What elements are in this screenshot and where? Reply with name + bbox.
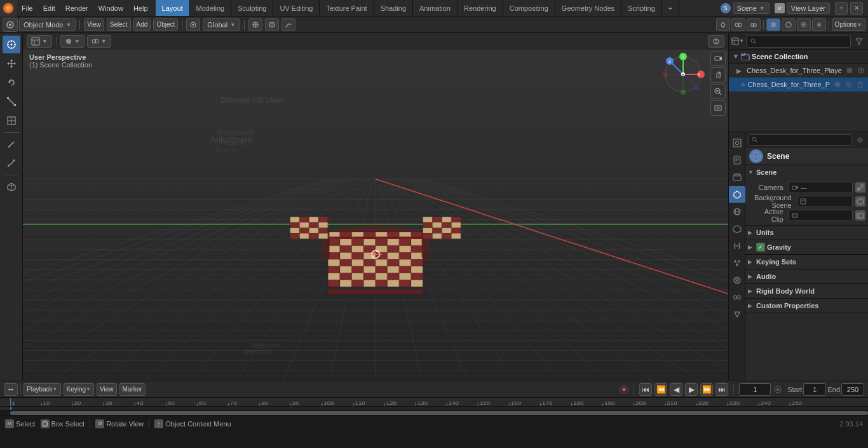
play-forward-btn[interactable]: ▶: [685, 383, 698, 396]
show-gizmos-btn[interactable]: [716, 18, 730, 31]
outliner-item-hide-icon[interactable]: [856, 65, 866, 76]
menu-window[interactable]: Window: [93, 0, 128, 16]
tab-layout[interactable]: Layout: [156, 0, 190, 16]
new-scene-button[interactable]: +: [835, 2, 848, 15]
audio-panel-header[interactable]: ▶ Audio: [745, 269, 868, 283]
prop-icon-particles[interactable]: [729, 255, 745, 271]
viewport-gizmo[interactable]: X Y Z: [661, 52, 705, 97]
camera-navigate-btn[interactable]: [710, 51, 726, 66]
timeline-type-btn[interactable]: [4, 383, 18, 396]
tab-modeling[interactable]: Modeling: [190, 0, 232, 16]
prop-icon-render[interactable]: [729, 135, 745, 151]
outliner-filter-btn[interactable]: [853, 35, 865, 48]
units-panel-header[interactable]: ▶ Units: [745, 226, 868, 240]
tl-view-menu-btn[interactable]: View: [97, 383, 117, 396]
add-cube-btn[interactable]: [3, 178, 20, 196]
blender-logo-icon[interactable]: [0, 0, 17, 17]
move-tool-btn[interactable]: [3, 55, 20, 72]
active-clip-value[interactable]: [789, 210, 853, 221]
tab-texture-paint[interactable]: Texture Paint: [320, 0, 374, 16]
camera-prop-value[interactable]: —: [789, 182, 853, 193]
prop-icon-physics[interactable]: [729, 272, 745, 288]
outliner-mesh-view-icon[interactable]: [832, 79, 843, 90]
overlay-toggle-btn[interactable]: [731, 18, 745, 31]
proportional-type-btn[interactable]: [281, 18, 295, 31]
view-layer-selector[interactable]: View Layer: [787, 3, 830, 14]
active-clip-icon-btn[interactable]: [855, 210, 865, 221]
tab-scripting[interactable]: Scripting: [621, 0, 662, 16]
scale-tool-btn[interactable]: [3, 93, 20, 111]
pivot-point-icon[interactable]: [186, 18, 200, 31]
camera-eyedrop-icon[interactable]: [855, 182, 865, 193]
end-frame-input[interactable]: 250: [841, 383, 864, 396]
prop-icon-data[interactable]: [729, 306, 745, 323]
viewport-overlay-btn[interactable]: ▼: [87, 35, 111, 48]
keying-menu-btn[interactable]: Keying ▼: [64, 383, 95, 396]
pivot-dropdown[interactable]: Global ▼: [203, 18, 240, 31]
prop-icon-modifier[interactable]: [729, 238, 745, 254]
tab-shading[interactable]: Shading: [374, 0, 413, 16]
menu-edit[interactable]: Edit: [38, 0, 60, 16]
timeline-scrollbar-thumb[interactable]: [10, 411, 868, 415]
tab-add[interactable]: +: [662, 0, 679, 16]
measure-tool-btn[interactable]: [3, 154, 20, 172]
add-menu-btn[interactable]: Add: [133, 18, 151, 31]
tab-animation[interactable]: Animation: [413, 0, 458, 16]
zoom-navigate-btn[interactable]: [710, 84, 726, 99]
gravity-panel-header[interactable]: ▶ ✓ Gravity: [745, 240, 868, 254]
frame-step-icon[interactable]: [773, 385, 782, 394]
menu-help[interactable]: Help: [128, 0, 153, 16]
prop-icon-world[interactable]: [729, 203, 745, 220]
render-preview-btn[interactable]: [797, 18, 811, 31]
custom-props-panel-header[interactable]: ▶ Custom Properties: [745, 299, 868, 313]
gravity-checkbox[interactable]: ✓: [756, 243, 765, 252]
snap-icon-btn[interactable]: [248, 18, 262, 31]
xray-toggle-btn[interactable]: [747, 18, 761, 31]
annotate-tool-btn[interactable]: [3, 135, 20, 153]
outliner-item-chess-desk-collection[interactable]: ▶ Chess_Desk_for_Three_Playe: [729, 64, 868, 78]
prop-icon-scene[interactable]: [729, 186, 745, 203]
tab-compositing[interactable]: Compositing: [503, 0, 555, 16]
rotate-tool-btn[interactable]: [3, 74, 20, 92]
tab-uv-editing[interactable]: UV Editing: [273, 0, 320, 16]
prev-frame-btn[interactable]: ⏪: [654, 383, 667, 396]
menu-render[interactable]: Render: [60, 0, 93, 16]
view-menu-btn[interactable]: View: [84, 18, 104, 31]
close-scene-button[interactable]: ✕: [850, 2, 863, 15]
bg-scene-icon-btn[interactable]: [855, 196, 865, 207]
outliner-type-icon[interactable]: ▼: [731, 35, 744, 48]
timeline-scrollbar[interactable]: [0, 410, 868, 415]
rendered-btn[interactable]: [812, 18, 826, 31]
cursor-tool-btn[interactable]: [3, 36, 20, 53]
proportional-edit-btn[interactable]: [265, 18, 279, 31]
hand-navigate-btn[interactable]: [710, 67, 726, 83]
select-menu-btn[interactable]: Select: [107, 18, 131, 31]
solid-shading-btn[interactable]: [766, 18, 780, 31]
object-menu-btn[interactable]: Object: [153, 18, 178, 31]
camera-view-btn[interactable]: [710, 100, 726, 116]
outliner-search[interactable]: [746, 35, 851, 48]
tab-geometry-nodes[interactable]: Geometry Nodes: [555, 0, 621, 16]
outliner-item-chess-desk-mesh[interactable]: Chess_Desk_for_Three_P: [729, 78, 868, 92]
viewport-mode-btn[interactable]: ▼: [60, 35, 85, 48]
material-shading-btn[interactable]: [782, 18, 796, 31]
play-back-btn[interactable]: ◀: [670, 383, 682, 396]
prop-icon-constraints[interactable]: [729, 289, 745, 306]
playback-menu-btn[interactable]: Playback ▼: [24, 383, 61, 396]
bg-scene-value[interactable]: [797, 196, 853, 207]
prop-icon-viewlayer[interactable]: [729, 169, 745, 186]
rigid-body-panel-header[interactable]: ▶ Rigid Body World: [745, 284, 868, 298]
jump-to-start-btn[interactable]: ⏮: [639, 383, 652, 396]
start-frame-input[interactable]: 1: [803, 383, 826, 396]
options-btn[interactable]: Options ▼: [832, 18, 865, 31]
timeline-ruler[interactable]: 1 10 20 30 40 50 60 70: [10, 398, 868, 406]
prop-icon-object[interactable]: [729, 221, 745, 237]
prop-icon-output[interactable]: [729, 152, 745, 168]
current-frame-input[interactable]: 1: [739, 383, 771, 396]
outliner-item-view-layer-icon[interactable]: [844, 65, 855, 76]
viewport-options-btn[interactable]: [708, 35, 724, 48]
record-btn[interactable]: [620, 385, 628, 394]
editor-type-btn[interactable]: ▼: [27, 35, 52, 48]
jump-to-end-btn[interactable]: ⏭: [715, 383, 728, 396]
tab-sculpting[interactable]: Sculpting: [231, 0, 273, 16]
